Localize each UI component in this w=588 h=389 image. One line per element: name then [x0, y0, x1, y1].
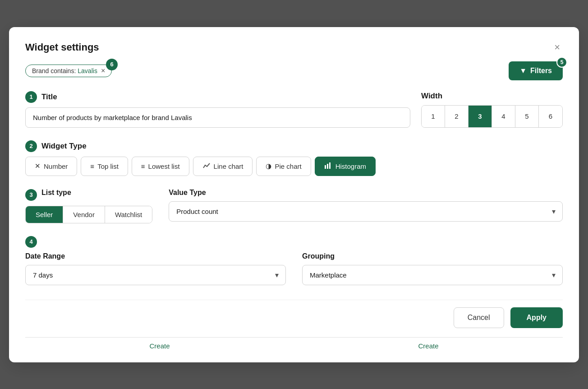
value-type-section: Value Type Product count Revenue Units s… — [169, 189, 563, 222]
width-option-5[interactable]: 5 — [515, 106, 539, 127]
cancel-button[interactable]: Cancel — [454, 307, 504, 328]
grouping-select[interactable]: Marketplace Brand Category Seller — [302, 265, 563, 285]
svg-rect-2 — [329, 162, 331, 169]
width-option-6[interactable]: 6 — [539, 106, 562, 127]
type-btn-top-list[interactable]: ≡ Top list — [81, 157, 128, 176]
title-label: Title — [41, 93, 57, 102]
step-badge-3: 3 — [25, 189, 37, 201]
title-input[interactable] — [25, 107, 410, 128]
list-value-row: 3 List type Seller Vendor Watchlist Valu… — [25, 189, 563, 223]
filters-button-badge: 5 — [556, 57, 567, 68]
list-type-label: List type — [41, 189, 71, 197]
type-btn-pie-chart-label: Pie chart — [275, 162, 301, 170]
date-range-select[interactable]: 7 days 14 days 30 days 90 days — [25, 265, 286, 285]
date-range-dropdown-wrap: 7 days 14 days 30 days 90 days ▾ — [25, 265, 286, 285]
list-type-options: Seller Vendor Watchlist — [25, 206, 152, 223]
list-type-section: 3 List type Seller Vendor Watchlist — [25, 189, 152, 223]
widget-settings-modal: Widget settings × Brand contains: Lavali… — [9, 27, 579, 362]
step-badge-1: 1 — [25, 91, 37, 103]
date-grouping-row: Date Range 7 days 14 days 30 days 90 day… — [25, 252, 563, 285]
svg-rect-0 — [325, 165, 326, 169]
footer-row: Cancel Apply — [25, 300, 563, 328]
type-btn-histogram-label: Histogram — [335, 162, 366, 170]
bottom-bar-item-1: Create — [418, 342, 438, 350]
step-badge-2: 2 — [25, 140, 37, 152]
value-type-label: Value Type — [169, 189, 563, 197]
widget-type-label: Widget Type — [41, 142, 87, 151]
filter-tag-prefix: Brand contains: — [32, 67, 76, 74]
type-btn-line-chart[interactable]: Line chart — [193, 157, 253, 176]
filter-badge: 6 — [106, 59, 118, 70]
width-section: Width 1 2 3 4 5 6 — [421, 92, 563, 128]
list-type-vendor[interactable]: Vendor — [63, 206, 105, 223]
number-icon: ✕ — [35, 162, 41, 170]
lowest-list-icon: ≡ — [141, 162, 145, 170]
histogram-icon — [324, 162, 332, 171]
line-chart-icon — [202, 162, 211, 171]
width-option-3[interactable]: 3 — [469, 106, 492, 127]
bottom-bar: Create Create — [25, 337, 563, 350]
apply-button[interactable]: Apply — [510, 307, 563, 328]
title-input-section: 1 Title — [25, 91, 410, 128]
step-badge-4: 4 — [25, 236, 37, 248]
type-btn-top-list-label: Top list — [97, 162, 119, 170]
list-type-watchlist[interactable]: Watchlist — [105, 206, 152, 223]
section-date-grouping: 4 Date Range 7 days 14 days 30 days 90 d… — [25, 236, 563, 285]
modal-title: Widget settings — [25, 42, 99, 53]
modal-header: Widget settings × — [25, 42, 563, 53]
top-list-icon: ≡ — [90, 162, 94, 170]
grouping-label: Grouping — [302, 252, 563, 260]
type-btn-lowest-list[interactable]: ≡ Lowest list — [132, 157, 189, 176]
filters-button[interactable]: ▼ Filters 5 — [509, 61, 563, 80]
title-label-row: 1 Title — [25, 91, 410, 103]
widget-type-label-row: 2 Widget Type — [25, 140, 563, 152]
width-option-2[interactable]: 2 — [445, 106, 469, 127]
filter-row: Brand contains: Lavalis × 6 ▼ Filters 5 — [25, 61, 563, 80]
bottom-bar-item-0: Create — [149, 342, 170, 350]
filters-button-label: Filters — [530, 67, 552, 75]
grouping-dropdown-wrap: Marketplace Brand Category Seller ▾ — [302, 265, 563, 285]
type-btn-lowest-list-label: Lowest list — [148, 162, 180, 170]
type-btn-histogram[interactable]: Histogram — [315, 157, 376, 176]
grouping-section: Grouping Marketplace Brand Category Sell… — [302, 252, 563, 285]
date-section: Date Range 7 days 14 days 30 days 90 day… — [25, 252, 286, 285]
width-label: Width — [421, 92, 442, 101]
filter-tag-remove[interactable]: × — [101, 67, 105, 74]
close-button[interactable]: × — [551, 42, 563, 53]
value-type-dropdown-wrap: Product count Revenue Units sold ▾ — [169, 201, 563, 222]
width-option-4[interactable]: 4 — [492, 106, 515, 127]
svg-rect-1 — [327, 164, 328, 169]
filter-icon: ▼ — [519, 67, 527, 75]
filter-tag: Brand contains: Lavalis × 6 — [25, 65, 112, 77]
filter-tag-value: Lavalis — [78, 67, 97, 74]
type-btn-number-label: Number — [44, 162, 68, 170]
list-type-seller[interactable]: Seller — [26, 206, 63, 223]
date-range-label: Date Range — [25, 252, 286, 260]
width-option-1[interactable]: 1 — [422, 106, 445, 127]
value-type-select[interactable]: Product count Revenue Units sold — [169, 201, 563, 222]
type-btn-line-chart-label: Line chart — [214, 162, 243, 170]
type-btn-number[interactable]: ✕ Number — [25, 157, 77, 176]
section-list-value: 3 List type Seller Vendor Watchlist Valu… — [25, 189, 563, 223]
modal-backdrop[interactable]: Widget settings × Brand contains: Lavali… — [0, 0, 588, 389]
section-title-width: 1 Title Width 1 2 3 4 5 6 — [25, 91, 563, 128]
section-widget-type: 2 Widget Type ✕ Number ≡ Top list ≡ Lowe… — [25, 140, 563, 176]
type-btn-pie-chart[interactable]: ◑ Pie chart — [256, 157, 311, 176]
widget-type-options: ✕ Number ≡ Top list ≡ Lowest list Line c… — [25, 157, 563, 176]
pie-chart-icon: ◑ — [266, 162, 271, 170]
width-options: 1 2 3 4 5 6 — [421, 105, 563, 128]
